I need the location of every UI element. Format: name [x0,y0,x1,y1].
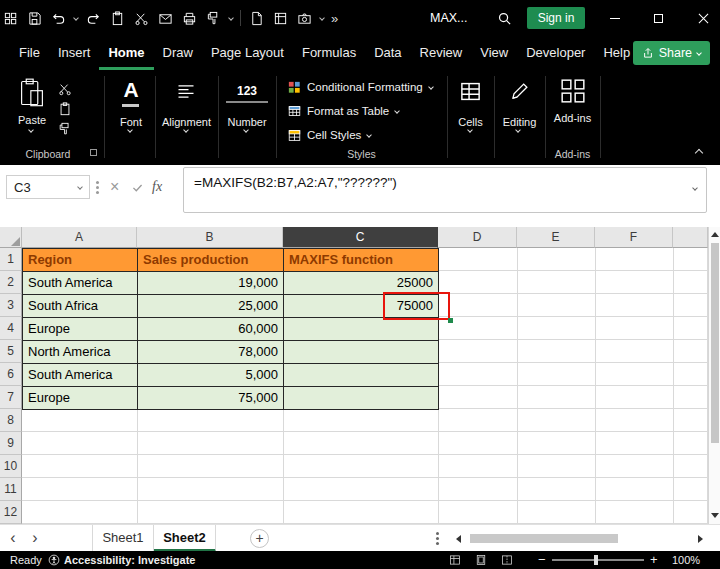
chevron-down-icon[interactable] [319,15,325,21]
conditional-formatting-button[interactable]: Conditional Formatting [288,79,433,95]
cell-b3[interactable]: 25,000 [138,295,284,318]
cancel-icon[interactable]: × [110,175,119,199]
editing-icon[interactable] [509,81,530,102]
cell-a6[interactable]: South America [23,364,138,387]
scroll-up-icon[interactable] [711,232,719,237]
zoom-slider-thumb[interactable] [594,555,598,565]
cell-b1[interactable]: Sales production [138,249,284,272]
column-header-b[interactable]: B [137,227,283,248]
cut-icon[interactable] [133,10,150,27]
accessibility-status[interactable]: Accessibility: Investigate [64,551,195,569]
row-header-9[interactable]: 9 [0,432,22,455]
cut-icon[interactable] [58,82,72,96]
fill-handle[interactable] [448,318,453,323]
new-sheet-button[interactable]: + [250,529,269,548]
row-header-3[interactable]: 3 [0,294,22,317]
alignment-group-button[interactable]: Alignment [155,116,218,128]
tab-formulas[interactable]: Formulas [293,36,365,70]
row-header-12[interactable]: 12 [0,501,22,524]
formula-text[interactable]: =MAXIFS(B2:B7,A2:A7,"??????") [194,175,397,190]
name-box[interactable]: C3 [6,175,90,199]
chevron-down-icon[interactable] [467,127,473,133]
new-document-icon[interactable] [248,10,265,27]
collapse-ribbon-icon[interactable] [695,149,703,157]
page-break-view-icon[interactable] [501,554,513,566]
format-painter-icon[interactable] [205,10,222,27]
vertical-scrollbar-thumb[interactable] [711,243,719,443]
tab-page-layout[interactable]: Page Layout [202,36,293,70]
font-group-button[interactable]: Font [107,116,155,128]
tab-review[interactable]: Review [411,36,472,70]
row-header-1[interactable]: 1 [0,248,22,271]
paste-label[interactable]: Paste [8,114,56,126]
font-icon[interactable]: A [107,78,155,102]
number-group-button[interactable]: Number [218,116,276,128]
sheet-tab-sheet2[interactable]: Sheet2 [154,525,216,552]
zoom-in-button[interactable]: + [650,551,658,569]
cells-group-button[interactable]: Cells [447,116,494,128]
horizontal-scrollbar-thumb[interactable] [470,534,618,543]
sign-in-button[interactable]: Sign in [527,7,585,29]
row-header-8[interactable]: 8 [0,409,22,432]
alignment-icon[interactable] [176,82,196,102]
enter-icon[interactable] [131,175,144,199]
number-icon[interactable]: 123 [226,84,268,103]
column-header-c[interactable]: C [283,227,438,248]
scroll-left-icon[interactable] [456,535,461,543]
cell-b7[interactable]: 75,000 [138,387,284,410]
row-header-10[interactable]: 10 [0,455,22,478]
insert-function-icon[interactable]: fx [152,175,162,199]
cell-b4[interactable]: 60,000 [138,318,284,341]
search-icon[interactable] [497,11,512,26]
app-menu-icon[interactable] [2,10,19,27]
column-header-e[interactable]: E [517,227,595,248]
cell-c5[interactable] [284,341,439,364]
save-icon[interactable] [26,10,43,27]
close-button[interactable] [686,0,720,36]
cell-b5[interactable]: 78,000 [138,341,284,364]
clipboard-dialog-launcher-icon[interactable] [90,149,97,156]
select-all-button[interactable] [0,227,22,248]
table-export-icon[interactable] [272,10,289,27]
mail-icon[interactable] [157,10,174,27]
column-header-f[interactable]: F [595,227,673,248]
add-ins-button[interactable]: Add-ins [545,112,600,124]
row-header-5[interactable]: 5 [0,340,22,363]
format-painter-icon[interactable] [58,122,72,136]
row-header-2[interactable]: 2 [0,271,22,294]
tab-view[interactable]: View [471,36,517,70]
cell-c4[interactable] [284,318,439,341]
cell-a7[interactable]: Europe [23,387,138,410]
cell-c7[interactable] [284,387,439,410]
tab-file[interactable]: File [10,36,49,70]
cell-c6[interactable] [284,364,439,387]
camera-icon[interactable] [296,10,313,27]
cell-c1[interactable]: MAXIFS function [284,249,439,272]
tab-developer[interactable]: Developer [517,36,594,70]
minimize-button[interactable] [598,0,632,36]
undo-icon[interactable] [50,10,67,27]
cell-a5[interactable]: North America [23,341,138,364]
cell-a4[interactable]: Europe [23,318,138,341]
scroll-right-icon[interactable] [698,535,703,543]
previous-sheet-icon[interactable]: ‹ [4,525,22,552]
chevron-down-icon[interactable] [515,127,521,133]
paste-chevron-icon[interactable] [28,127,34,133]
normal-view-icon[interactable] [449,554,461,566]
cell-b2[interactable]: 19,000 [138,272,284,295]
chevron-down-icon[interactable] [243,127,249,133]
chevron-down-icon[interactable] [127,127,133,133]
row-header-4[interactable]: 4 [0,317,22,340]
column-header-partial[interactable] [673,227,708,248]
scroll-down-icon[interactable] [711,513,719,518]
paste-button[interactable] [18,78,46,108]
tab-data[interactable]: Data [365,36,410,70]
qat-overflow-icon[interactable]: » [331,11,338,26]
editing-group-button[interactable]: Editing [494,116,545,128]
row-header-6[interactable]: 6 [0,363,22,386]
share-button[interactable]: Share [633,41,710,65]
row-header-11[interactable]: 11 [0,478,22,501]
next-sheet-icon[interactable]: › [26,525,44,552]
column-header-a[interactable]: A [22,227,137,248]
chevron-down-icon[interactable] [183,127,189,133]
